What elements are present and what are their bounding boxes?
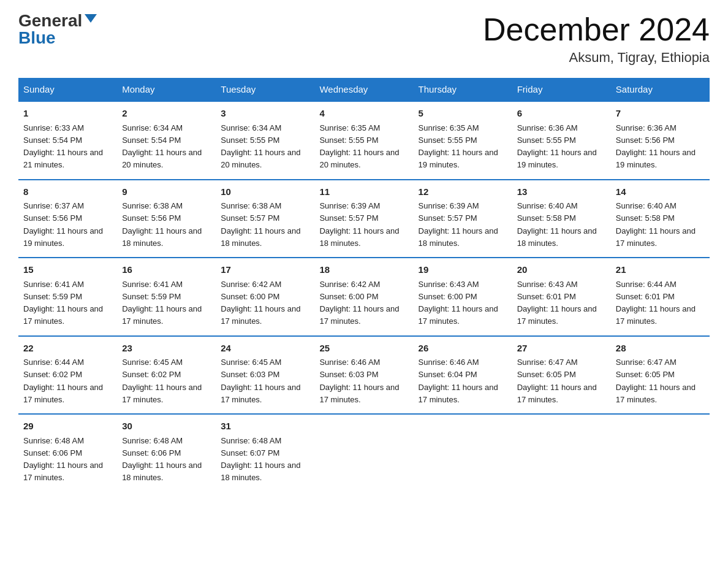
day-info: Sunrise: 6:38 AMSunset: 5:57 PMDaylight:… [221, 201, 300, 248]
calendar-cell [414, 414, 512, 492]
day-number: 22 [23, 342, 112, 356]
day-number: 14 [616, 185, 705, 199]
calendar-cell: 12Sunrise: 6:39 AMSunset: 5:57 PMDayligh… [414, 180, 512, 258]
day-info: Sunrise: 6:36 AMSunset: 5:56 PMDaylight:… [616, 123, 696, 170]
day-number: 29 [23, 419, 112, 434]
day-info: Sunrise: 6:34 AMSunset: 5:54 PMDaylight:… [122, 123, 202, 170]
day-number: 4 [319, 107, 408, 121]
calendar-cell: 7Sunrise: 6:36 AMSunset: 5:56 PMDaylight… [611, 101, 710, 180]
day-info: Sunrise: 6:36 AMSunset: 5:55 PMDaylight:… [517, 123, 597, 170]
calendar-cell: 16Sunrise: 6:41 AMSunset: 5:59 PMDayligh… [117, 258, 216, 336]
day-info: Sunrise: 6:39 AMSunset: 5:57 PMDaylight:… [419, 201, 498, 248]
day-number: 21 [616, 263, 705, 277]
calendar-cell: 23Sunrise: 6:45 AMSunset: 6:02 PMDayligh… [117, 336, 216, 415]
day-number: 27 [517, 342, 606, 356]
day-number: 26 [419, 342, 507, 356]
day-number: 16 [122, 263, 211, 277]
day-number: 3 [221, 107, 309, 121]
day-number: 15 [23, 263, 112, 277]
calendar-cell [611, 414, 710, 492]
day-number: 30 [122, 419, 211, 434]
day-info: Sunrise: 6:35 AMSunset: 5:55 PMDaylight:… [319, 123, 399, 170]
day-info: Sunrise: 6:48 AMSunset: 6:06 PMDaylight:… [122, 436, 202, 483]
calendar-cell: 28Sunrise: 6:47 AMSunset: 6:05 PMDayligh… [611, 336, 710, 415]
day-number: 10 [221, 185, 309, 199]
calendar-cell: 1Sunrise: 6:33 AMSunset: 5:54 PMDaylight… [18, 101, 117, 180]
day-number: 2 [122, 107, 211, 121]
calendar-header-friday: Friday [512, 78, 611, 101]
day-info: Sunrise: 6:43 AMSunset: 6:01 PMDaylight:… [517, 280, 597, 326]
calendar-cell: 9Sunrise: 6:38 AMSunset: 5:56 PMDaylight… [117, 180, 216, 258]
calendar-cell: 18Sunrise: 6:42 AMSunset: 6:00 PMDayligh… [314, 258, 413, 336]
day-number: 20 [517, 263, 606, 277]
calendar-cell [314, 414, 413, 492]
logo-general: General [18, 12, 82, 29]
calendar-cell: 14Sunrise: 6:40 AMSunset: 5:58 PMDayligh… [611, 180, 710, 258]
day-number: 13 [517, 185, 606, 199]
day-number: 12 [419, 185, 507, 199]
day-info: Sunrise: 6:46 AMSunset: 6:04 PMDaylight:… [419, 358, 498, 404]
calendar-cell: 2Sunrise: 6:34 AMSunset: 5:54 PMDaylight… [117, 101, 216, 180]
day-number: 18 [319, 263, 408, 277]
calendar-header-row: SundayMondayTuesdayWednesdayThursdayFrid… [18, 78, 710, 101]
day-number: 17 [221, 263, 309, 277]
day-number: 31 [221, 419, 309, 434]
calendar-cell: 20Sunrise: 6:43 AMSunset: 6:01 PMDayligh… [512, 258, 611, 336]
day-info: Sunrise: 6:41 AMSunset: 5:59 PMDaylight:… [23, 280, 103, 326]
day-info: Sunrise: 6:45 AMSunset: 6:03 PMDaylight:… [221, 358, 300, 404]
day-info: Sunrise: 6:39 AMSunset: 5:57 PMDaylight:… [319, 201, 399, 248]
calendar-header-sunday: Sunday [18, 78, 117, 101]
day-number: 9 [122, 185, 211, 199]
day-number: 11 [319, 185, 408, 199]
day-info: Sunrise: 6:42 AMSunset: 6:00 PMDaylight:… [221, 280, 300, 326]
calendar-cell: 31Sunrise: 6:48 AMSunset: 6:07 PMDayligh… [216, 414, 314, 492]
calendar-header-wednesday: Wednesday [314, 78, 413, 101]
day-info: Sunrise: 6:41 AMSunset: 5:59 PMDaylight:… [122, 280, 202, 326]
day-number: 24 [221, 342, 309, 356]
calendar-cell: 10Sunrise: 6:38 AMSunset: 5:57 PMDayligh… [216, 180, 314, 258]
calendar-cell: 8Sunrise: 6:37 AMSunset: 5:56 PMDaylight… [18, 180, 117, 258]
calendar-table: SundayMondayTuesdayWednesdayThursdayFrid… [18, 78, 710, 492]
day-info: Sunrise: 6:38 AMSunset: 5:56 PMDaylight:… [122, 201, 202, 248]
day-info: Sunrise: 6:44 AMSunset: 6:01 PMDaylight:… [616, 280, 696, 326]
day-number: 23 [122, 342, 211, 356]
day-info: Sunrise: 6:46 AMSunset: 6:03 PMDaylight:… [319, 358, 399, 404]
calendar-cell: 17Sunrise: 6:42 AMSunset: 6:00 PMDayligh… [216, 258, 314, 336]
calendar-week-row: 1Sunrise: 6:33 AMSunset: 5:54 PMDaylight… [18, 101, 710, 180]
calendar-week-row: 15Sunrise: 6:41 AMSunset: 5:59 PMDayligh… [18, 258, 710, 336]
calendar-cell: 27Sunrise: 6:47 AMSunset: 6:05 PMDayligh… [512, 336, 611, 415]
day-info: Sunrise: 6:42 AMSunset: 6:00 PMDaylight:… [319, 280, 399, 326]
day-info: Sunrise: 6:47 AMSunset: 6:05 PMDaylight:… [517, 358, 597, 404]
day-info: Sunrise: 6:47 AMSunset: 6:05 PMDaylight:… [616, 358, 696, 404]
day-number: 28 [616, 342, 705, 356]
calendar-header-tuesday: Tuesday [216, 78, 314, 101]
calendar-cell: 30Sunrise: 6:48 AMSunset: 6:06 PMDayligh… [117, 414, 216, 492]
calendar-cell: 15Sunrise: 6:41 AMSunset: 5:59 PMDayligh… [18, 258, 117, 336]
day-info: Sunrise: 6:48 AMSunset: 6:07 PMDaylight:… [221, 436, 300, 483]
calendar-cell: 13Sunrise: 6:40 AMSunset: 5:58 PMDayligh… [512, 180, 611, 258]
calendar-header-saturday: Saturday [611, 78, 710, 101]
day-number: 1 [23, 107, 112, 121]
calendar-header-monday: Monday [117, 78, 216, 101]
calendar-week-row: 29Sunrise: 6:48 AMSunset: 6:06 PMDayligh… [18, 414, 710, 492]
logo-blue: Blue [18, 28, 56, 47]
calendar-cell: 25Sunrise: 6:46 AMSunset: 6:03 PMDayligh… [314, 336, 413, 415]
day-info: Sunrise: 6:43 AMSunset: 6:00 PMDaylight:… [419, 280, 498, 326]
day-info: Sunrise: 6:37 AMSunset: 5:56 PMDaylight:… [23, 201, 103, 248]
calendar-cell: 4Sunrise: 6:35 AMSunset: 5:55 PMDaylight… [314, 101, 413, 180]
calendar-cell: 11Sunrise: 6:39 AMSunset: 5:57 PMDayligh… [314, 180, 413, 258]
location-title: Aksum, Tigray, Ethiopia [483, 50, 710, 66]
day-number: 6 [517, 107, 606, 121]
calendar-week-row: 22Sunrise: 6:44 AMSunset: 6:02 PMDayligh… [18, 336, 710, 415]
day-number: 19 [419, 263, 507, 277]
day-number: 7 [616, 107, 705, 121]
calendar-cell: 24Sunrise: 6:45 AMSunset: 6:03 PMDayligh… [216, 336, 314, 415]
day-info: Sunrise: 6:35 AMSunset: 5:55 PMDaylight:… [419, 123, 498, 170]
calendar-cell: 19Sunrise: 6:43 AMSunset: 6:00 PMDayligh… [414, 258, 512, 336]
calendar-cell: 22Sunrise: 6:44 AMSunset: 6:02 PMDayligh… [18, 336, 117, 415]
day-info: Sunrise: 6:45 AMSunset: 6:02 PMDaylight:… [122, 358, 202, 404]
logo-triangle-icon [85, 14, 97, 23]
calendar-week-row: 8Sunrise: 6:37 AMSunset: 5:56 PMDaylight… [18, 180, 710, 258]
day-info: Sunrise: 6:40 AMSunset: 5:58 PMDaylight:… [616, 201, 696, 248]
day-number: 5 [419, 107, 507, 121]
